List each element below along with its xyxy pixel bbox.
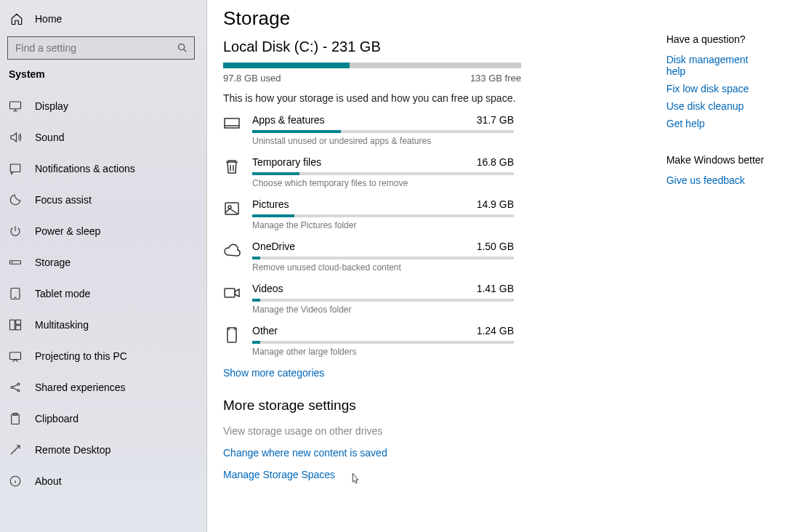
disk-usage-bar [223,63,521,68]
search-icon [177,42,188,54]
search-input[interactable] [15,42,161,54]
svg-rect-16 [225,118,239,128]
category-videos[interactable]: Videos1.41 GBManage the Videos folder [223,283,636,315]
more-links: View storage usage on other drivesChange… [223,425,636,480]
home-nav[interactable]: Home [0,6,206,32]
home-label: Home [35,13,62,25]
nav-item-label: Storage [35,257,71,268]
category-pictures[interactable]: Pictures14.9 GBManage the Pictures folde… [223,198,636,230]
more-link: View storage usage on other drives [223,425,636,437]
category-size: 1.24 GB [477,325,514,336]
project-icon [9,350,22,363]
feedback-title: Make Windows better [667,154,769,166]
svg-point-10 [11,386,13,388]
category-subtitle: Manage the Pictures folder [252,220,636,230]
nav-item-project[interactable]: Projecting to this PC [0,340,206,371]
svg-point-12 [17,390,20,392]
category-name: Apps & features [252,114,325,126]
shared-icon [9,381,22,394]
category-bar [252,341,514,344]
bar-labels: 97.8 GB used 133 GB free [223,73,521,84]
category-bar [252,130,514,133]
temp-icon [223,158,241,175]
nav-item-notifications[interactable]: Notifications & actions [0,153,206,184]
nav-list: DisplaySoundNotifications & actionsFocus… [0,90,206,496]
section-label: System [0,68,206,90]
about-icon [9,475,22,488]
storage-icon [9,256,22,269]
category-bar [252,257,514,259]
nav-item-label: Focus assist [35,194,92,206]
nav-item-label: About [35,475,62,487]
category-size: 16.8 GB [477,156,514,168]
aside: Have a question? Disk management helpFix… [636,7,769,532]
feedback-link[interactable]: Give us feedback [667,174,769,186]
focus-icon [9,193,22,206]
nav-item-about[interactable]: About [0,465,206,496]
svg-rect-9 [10,352,21,359]
help-link[interactable]: Use disk cleanup [667,100,769,112]
category-size: 31.7 GB [477,114,514,126]
help-link[interactable]: Get help [667,118,769,129]
used-label: 97.8 GB used [223,73,281,84]
category-name: OneDrive [252,241,295,252]
search-box[interactable] [7,36,195,60]
main: Storage Local Disk (C:) - 231 GB 97.8 GB… [207,0,785,532]
nav-item-storage[interactable]: Storage [0,246,206,278]
svg-point-4 [12,262,12,262]
category-size: 1.41 GB [477,283,514,294]
category-other[interactable]: Other1.24 GBManage other large folders [223,325,636,357]
nav-item-display[interactable]: Display [0,90,206,121]
svg-rect-6 [10,320,15,330]
clipboard-icon [9,412,22,425]
category-temp[interactable]: Temporary files16.8 GBChoose which tempo… [223,156,636,188]
svg-rect-7 [16,320,21,324]
nav-item-sound[interactable]: Sound [0,121,206,153]
svg-rect-8 [16,325,21,329]
nav-item-label: Tablet mode [35,288,90,299]
storage-description: This is how your storage is used and how… [223,92,636,104]
nav-item-label: Power & sleep [35,225,100,237]
nav-item-tablet[interactable]: Tablet mode [0,278,206,309]
disk-usage-fill [223,63,350,68]
category-name: Temporary files [252,156,321,168]
question-group: Have a question? Disk management helpFix… [667,33,769,129]
category-name: Videos [252,283,283,294]
category-size: 1.50 GB [477,241,514,252]
nav-item-label: Multitasking [35,319,89,331]
category-subtitle: Choose which temporary files to remove [252,178,636,188]
sidebar: Home System DisplaySoundNotifications & … [0,0,207,532]
nav-item-multitask[interactable]: Multitasking [0,309,206,340]
more-link[interactable]: Manage Storage Spaces [223,469,636,480]
nav-item-focus[interactable]: Focus assist [0,184,206,215]
page-title: Storage [223,7,636,30]
show-more-link[interactable]: Show more categories [223,367,636,379]
more-link[interactable]: Change where new content is saved [223,447,636,459]
category-subtitle: Manage other large folders [252,347,636,357]
apps-icon [223,116,241,133]
nav-item-shared[interactable]: Shared experiences [0,371,206,403]
svg-point-11 [17,383,20,385]
help-link[interactable]: Disk management help [667,54,769,77]
nav-item-remote[interactable]: Remote Desktop [0,434,206,465]
category-name: Pictures [252,198,289,210]
category-size: 14.9 GB [477,198,514,210]
multitask-icon [9,318,22,331]
pictures-icon [223,200,241,217]
nav-item-label: Projecting to this PC [35,350,127,362]
nav-item-power[interactable]: Power & sleep [0,215,206,246]
category-apps[interactable]: Apps & features31.7 GBUninstall unused o… [223,114,636,146]
category-onedrive[interactable]: OneDrive1.50 GBRemove unused cloud-backe… [223,241,636,273]
nav-item-label: Notifications & actions [35,163,135,174]
other-icon [223,326,241,344]
more-settings-title: More storage settings [223,398,636,414]
home-icon [10,12,23,25]
power-icon [9,225,22,238]
help-link[interactable]: Fix low disk space [667,83,769,94]
category-subtitle: Remove unused cloud-backed content [252,262,636,273]
content: Storage Local Disk (C:) - 231 GB 97.8 GB… [223,7,636,532]
search-wrap [0,32,206,68]
tablet-icon [9,287,22,300]
nav-item-clipboard[interactable]: Clipboard [0,403,206,434]
svg-rect-1 [10,102,21,109]
